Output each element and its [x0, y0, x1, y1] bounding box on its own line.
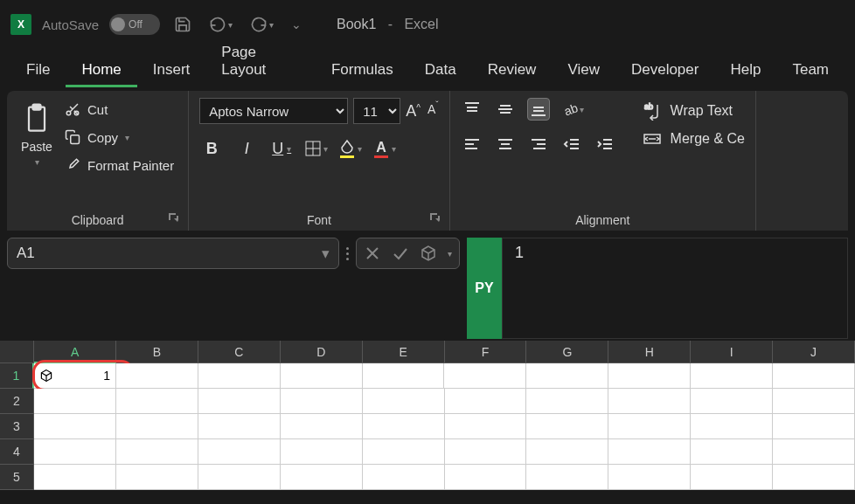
col-header-c[interactable]: C	[198, 341, 281, 363]
col-header-g[interactable]: G	[526, 341, 608, 363]
cell[interactable]	[116, 439, 198, 465]
cell[interactable]	[281, 439, 363, 465]
row-header-5[interactable]: 5	[0, 465, 34, 490]
cell[interactable]	[198, 465, 281, 490]
cell[interactable]	[526, 363, 608, 389]
cell[interactable]	[773, 389, 855, 414]
chevron-down-icon[interactable]: ▾	[448, 249, 452, 259]
save-button[interactable]	[170, 12, 195, 37]
row-header-2[interactable]: 2	[0, 389, 34, 414]
increase-font-button[interactable]: A^	[406, 102, 421, 121]
col-header-a[interactable]: A	[34, 341, 116, 363]
cell[interactable]	[34, 414, 116, 439]
tab-page-layout[interactable]: Page Layout	[205, 35, 316, 87]
cell[interactable]	[608, 439, 691, 465]
tab-view[interactable]: View	[552, 52, 615, 87]
paste-button[interactable]: Paste ▾	[17, 98, 56, 176]
row-header-4[interactable]: 4	[0, 439, 34, 465]
undo-button[interactable]: ▾	[205, 12, 236, 37]
tab-review[interactable]: Review	[472, 52, 553, 87]
cell[interactable]	[445, 439, 527, 465]
cancel-icon[interactable]	[364, 245, 381, 262]
cut-button[interactable]: Cut	[61, 98, 177, 121]
decrease-font-button[interactable]: Aˇ	[428, 102, 439, 121]
borders-button[interactable]: ▾	[304, 140, 328, 157]
align-left-button[interactable]	[461, 133, 483, 155]
cell[interactable]	[691, 414, 773, 439]
cell[interactable]	[526, 414, 608, 439]
cell[interactable]	[34, 439, 116, 465]
row-header-1[interactable]: 1	[0, 363, 34, 389]
orientation-button[interactable]: ab ▾	[560, 100, 584, 118]
font-color-button[interactable]: A ▾	[372, 139, 396, 158]
format-painter-button[interactable]: Format Painter	[61, 154, 177, 176]
name-box[interactable]: A1 ▾	[7, 238, 339, 269]
cell[interactable]	[444, 363, 526, 389]
col-header-e[interactable]: E	[363, 341, 445, 363]
col-header-f[interactable]: F	[445, 341, 527, 363]
cell[interactable]	[691, 465, 773, 490]
col-header-h[interactable]: H	[608, 341, 691, 363]
select-all-corner[interactable]	[0, 341, 34, 363]
dialog-launcher-icon[interactable]	[428, 211, 441, 224]
merge-center-button[interactable]: Merge & Ce	[643, 129, 745, 148]
dialog-launcher-icon[interactable]	[167, 211, 179, 224]
cell[interactable]	[608, 363, 691, 389]
col-header-i[interactable]: I	[691, 341, 773, 363]
cell[interactable]	[773, 465, 855, 490]
cell[interactable]	[526, 439, 608, 465]
redo-button[interactable]: ▾	[247, 12, 277, 37]
cell[interactable]	[608, 389, 691, 414]
cell[interactable]	[691, 363, 773, 389]
autosave-toggle[interactable]: Off	[109, 14, 160, 35]
wrap-text-button[interactable]: ab Wrap Text	[643, 101, 745, 121]
cell[interactable]	[116, 465, 198, 490]
cell[interactable]	[691, 439, 773, 465]
cell[interactable]	[363, 414, 445, 439]
cell[interactable]	[363, 363, 445, 389]
tab-developer[interactable]: Developer	[615, 52, 715, 87]
fill-color-button[interactable]: ▾	[338, 139, 362, 158]
cell[interactable]	[363, 389, 445, 414]
customize-qat-button[interactable]: ⌄	[288, 14, 305, 35]
cell[interactable]	[773, 439, 855, 465]
cell[interactable]	[281, 363, 363, 389]
copy-button[interactable]: Copy ▾	[61, 126, 177, 148]
cell[interactable]	[526, 465, 608, 490]
cell[interactable]	[773, 414, 855, 439]
enter-icon[interactable]	[392, 245, 409, 262]
cell[interactable]	[281, 465, 363, 490]
font-size-select[interactable]: 11	[353, 98, 400, 124]
col-header-d[interactable]: D	[281, 341, 363, 363]
align-right-button[interactable]	[527, 133, 550, 155]
cell[interactable]	[116, 389, 198, 414]
align-bottom-button[interactable]	[527, 98, 550, 121]
tab-data[interactable]: Data	[409, 52, 472, 87]
cell[interactable]	[608, 465, 691, 490]
cell[interactable]	[34, 465, 116, 490]
bold-button[interactable]: B	[199, 136, 224, 161]
cell[interactable]	[198, 389, 281, 414]
col-header-b[interactable]: B	[116, 341, 198, 363]
cell[interactable]	[363, 439, 445, 465]
cell[interactable]	[34, 389, 116, 414]
decrease-indent-button[interactable]	[560, 133, 583, 155]
cell[interactable]	[691, 389, 773, 414]
cell[interactable]	[526, 389, 608, 414]
cell[interactable]	[116, 414, 198, 439]
cell[interactable]	[608, 414, 691, 439]
col-header-j[interactable]: J	[773, 341, 855, 363]
cell[interactable]	[198, 363, 281, 389]
tab-help[interactable]: Help	[714, 52, 776, 87]
python-output-icon[interactable]	[420, 245, 437, 262]
cell[interactable]	[281, 389, 363, 414]
cell[interactable]	[363, 465, 445, 490]
align-center-button[interactable]	[494, 133, 517, 155]
cell[interactable]	[116, 363, 198, 389]
tab-insert[interactable]: Insert	[137, 52, 206, 87]
font-name-select[interactable]: Aptos Narrow	[199, 98, 348, 124]
tab-home[interactable]: Home	[66, 52, 136, 87]
italic-button[interactable]: I	[234, 136, 259, 161]
tab-file[interactable]: File	[10, 52, 66, 87]
align-middle-button[interactable]	[494, 98, 517, 121]
